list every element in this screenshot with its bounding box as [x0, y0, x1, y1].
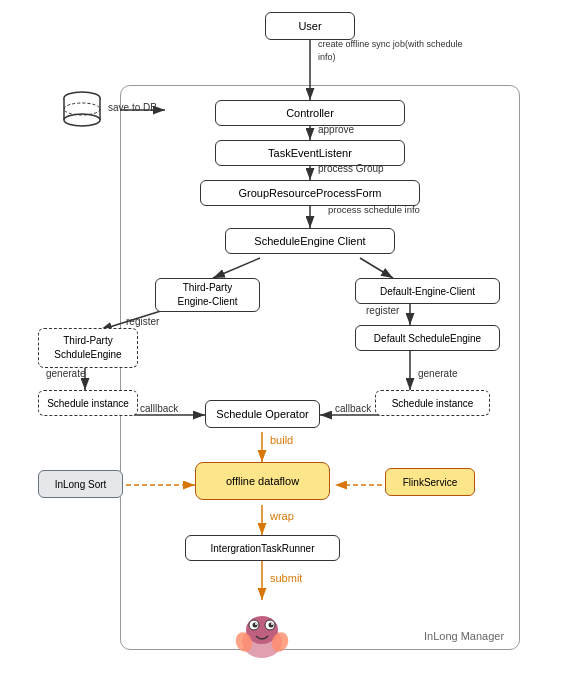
generate1-label: generate — [46, 368, 85, 379]
default-engine-client-node: Default-Engine-Client — [355, 278, 500, 304]
controller-node: Controller — [215, 100, 405, 126]
flink-service-node: FlinkService — [385, 468, 475, 496]
svg-point-16 — [271, 623, 273, 625]
generate2-label: generate — [418, 368, 457, 379]
register1-label: register — [126, 316, 159, 327]
svg-point-14 — [269, 623, 274, 628]
inlong-manager-label: InLong Manager — [424, 630, 504, 642]
callback1-label: calllback — [140, 403, 178, 414]
build-label: build — [270, 434, 293, 446]
schedule-operator-node: Schedule Operator — [205, 400, 320, 428]
approve-label: approve — [318, 124, 354, 135]
user-node: User — [265, 12, 355, 40]
process-schedule-info-label: process schedule info — [328, 204, 420, 215]
svg-point-7 — [64, 114, 100, 126]
diagram: InLong Manager — [0, 0, 562, 695]
schedule-instance-right-node: Schedule instance — [375, 390, 490, 416]
third-party-schedule-engine-node: Third-Party SchduleEngine — [38, 328, 138, 368]
save-to-db-label: save to DB — [108, 102, 157, 113]
third-party-engine-client-node: Third-Party Engine-Client — [155, 278, 260, 312]
mascot-icon — [232, 600, 292, 660]
submit-label: submit — [270, 572, 302, 584]
db-icon — [60, 90, 105, 134]
integration-task-runner-node: IntergrationTaskRunner — [185, 535, 340, 561]
create-offline-sync-label: create offline sync job(with schedule in… — [318, 38, 478, 64]
default-schedule-engine-node: Default ScheduleEngine — [355, 325, 500, 351]
group-resource-process-form-node: GroupResourceProcessForm — [200, 180, 420, 206]
svg-point-13 — [253, 623, 258, 628]
schedule-instance-left-node: Schedule instance — [38, 390, 138, 416]
inlong-sort-node: InLong Sort — [38, 470, 123, 498]
svg-point-15 — [255, 623, 257, 625]
schedule-engine-client-node: ScheduleEngine Client — [225, 228, 395, 254]
offline-dataflow-node: offline dataflow — [195, 462, 330, 500]
callback2-label: callback — [335, 403, 371, 414]
process-group-label: process Group — [318, 163, 384, 174]
wrap-label: wrap — [270, 510, 294, 522]
register2-label: register — [366, 305, 399, 316]
